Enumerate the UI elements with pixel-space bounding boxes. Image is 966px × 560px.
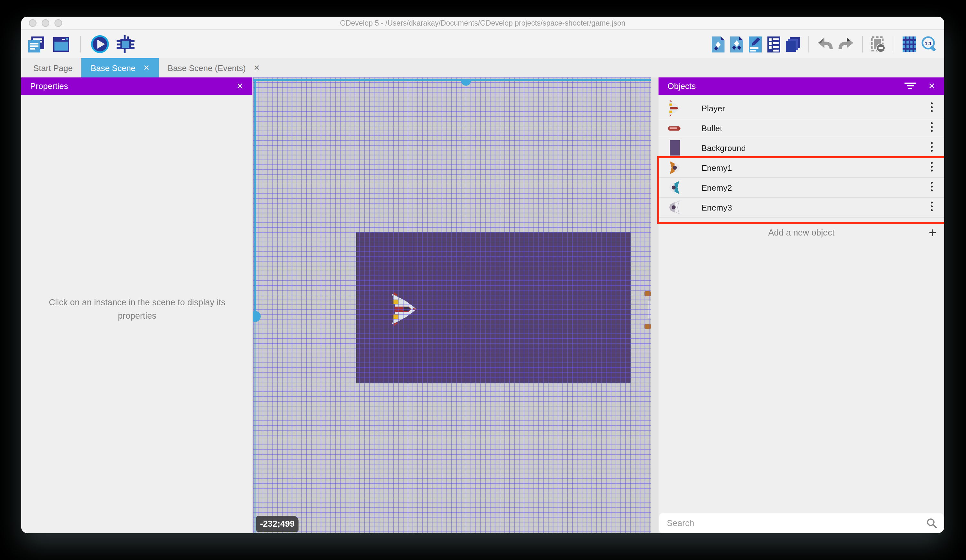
- object-row-bullet[interactable]: Bullet: [659, 118, 944, 138]
- gdevelop-window: GDevelop 5 - /Users/dkarakay/Documents/G…: [21, 16, 944, 533]
- open-scene-window-icon[interactable]: [52, 35, 71, 54]
- canvas-grid: [253, 77, 651, 533]
- bullet-icon: [666, 120, 683, 136]
- toolbar-divider: [862, 36, 863, 52]
- canvas-scrollbar-strip[interactable]: [651, 77, 659, 533]
- add-object-label: Add a new object: [659, 228, 944, 237]
- objects-list-icon[interactable]: [711, 36, 725, 53]
- object-groups-icon[interactable]: [729, 36, 744, 53]
- close-panel-icon[interactable]: ✕: [237, 81, 243, 91]
- tab-bar: Start Page Base Scene ✕ Base Scene (Even…: [21, 58, 944, 77]
- window-mask-icon[interactable]: [871, 36, 886, 53]
- toolbar-right-group: 1:1: [711, 36, 938, 53]
- editor-content: Properties ✕ Click on an instance in the…: [21, 77, 944, 533]
- object-name: Enemy2: [702, 183, 732, 192]
- tab-label: Base Scene (Events): [168, 63, 246, 73]
- redo-icon[interactable]: [838, 36, 854, 52]
- tab-base-scene-events[interactable]: Base Scene (Events) ✕: [159, 58, 269, 77]
- objects-panel-title: Objects: [667, 81, 696, 91]
- toolbar-divider: [808, 36, 809, 52]
- background-icon: [666, 139, 683, 156]
- tab-label: Base Scene: [90, 63, 135, 73]
- play-icon[interactable]: [90, 34, 110, 54]
- object-name: Enemy1: [702, 163, 732, 172]
- close-panel-icon[interactable]: ✕: [928, 81, 935, 91]
- layers-icon[interactable]: [785, 36, 801, 53]
- tab-base-scene[interactable]: Base Scene ✕: [82, 58, 159, 77]
- add-object-row[interactable]: Add a new object +: [659, 223, 944, 242]
- close-tab-icon[interactable]: ✕: [143, 63, 150, 72]
- object-row-enemy2[interactable]: Enemy2: [659, 178, 944, 198]
- svg-text:1:1: 1:1: [925, 41, 932, 46]
- undo-icon[interactable]: [817, 36, 833, 52]
- properties-panel-title: Properties: [30, 81, 68, 91]
- object-row-player[interactable]: Player: [659, 98, 944, 118]
- object-search-input[interactable]: [659, 518, 926, 528]
- tab-label: Start Page: [33, 63, 73, 73]
- scene-border-left-faded: [254, 316, 256, 533]
- scene-border-top: [253, 79, 651, 81]
- debug-icon[interactable]: [116, 34, 135, 54]
- toolbar-divider: [894, 36, 894, 52]
- window-title: GDevelop 5 - /Users/dkarakay/Documents/G…: [21, 19, 944, 27]
- edit-properties-icon[interactable]: [748, 36, 762, 53]
- object-name: Background: [702, 143, 746, 152]
- object-name: Bullet: [702, 123, 722, 133]
- zoom-1-1-icon[interactable]: 1:1: [921, 36, 938, 52]
- properties-panel-header: Properties ✕: [21, 77, 252, 95]
- scene-border-left: [254, 79, 256, 316]
- properties-panel: Properties ✕ Click on an instance in the…: [21, 77, 253, 533]
- object-row-enemy1[interactable]: Enemy1: [659, 158, 944, 178]
- instances-list-icon[interactable]: [767, 36, 781, 53]
- toolbar-divider: [80, 36, 81, 52]
- objects-list: Player Bullet Background: [659, 98, 944, 218]
- object-search: [659, 513, 944, 533]
- properties-empty-message: Click on an instance in the scene to dis…: [31, 296, 243, 323]
- object-menu-icon[interactable]: [931, 142, 933, 154]
- close-tab-icon[interactable]: ✕: [253, 63, 260, 72]
- object-menu-icon[interactable]: [931, 122, 933, 134]
- object-menu-icon[interactable]: [931, 182, 933, 193]
- object-name: Enemy3: [702, 203, 732, 212]
- object-menu-icon[interactable]: [931, 201, 933, 213]
- enemy2-ship-icon: [666, 179, 683, 196]
- project-manager-icon[interactable]: [27, 35, 46, 54]
- object-row-background[interactable]: Background: [659, 138, 944, 158]
- screenshot-stage: GDevelop 5 - /Users/dkarakay/Documents/G…: [0, 0, 966, 560]
- cursor-coordinates-badge: -232;499: [256, 516, 299, 532]
- filter-icon[interactable]: [905, 83, 916, 90]
- enemy1-ship-icon: [666, 159, 683, 176]
- toolbar-left-group: [27, 34, 135, 54]
- object-menu-icon[interactable]: [931, 162, 933, 174]
- objects-panel-header: Objects ✕: [659, 77, 944, 95]
- titlebar: GDevelop 5 - /Users/dkarakay/Documents/G…: [21, 16, 944, 30]
- search-icon: [926, 518, 937, 529]
- add-object-plus-icon[interactable]: +: [928, 226, 936, 239]
- object-row-enemy3[interactable]: Enemy3: [659, 198, 944, 218]
- object-menu-icon[interactable]: [931, 102, 933, 114]
- objects-panel: Objects ✕ Player: [659, 77, 944, 533]
- grid-icon[interactable]: [902, 36, 917, 52]
- object-name: Player: [702, 103, 725, 113]
- tab-start-page[interactable]: Start Page: [25, 58, 82, 77]
- player-ship-icon: [666, 100, 683, 116]
- main-toolbar: 1:1: [21, 30, 944, 58]
- enemy3-ship-icon: [666, 199, 683, 216]
- scene-canvas[interactable]: -232;499: [253, 77, 659, 533]
